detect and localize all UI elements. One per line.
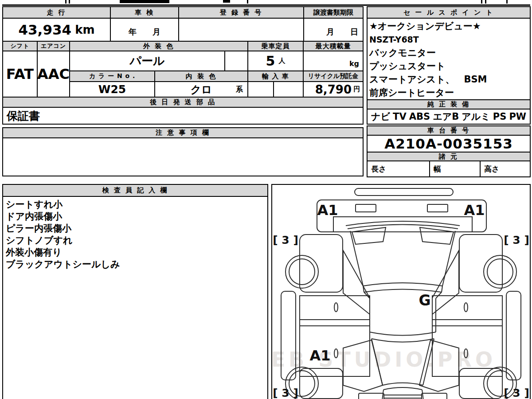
exterior-color-value-cell: パール [69,51,225,71]
import-empty-cell-2 [273,81,304,98]
inspector-note-item: シートすれ小 [6,199,265,211]
color-no-header: カ ラ ー N o . [69,70,155,82]
spec-length-label: 長さ [371,164,386,174]
interior-color-header-label: 内 装 色 [186,72,217,81]
registration-header: 登 録 番 号 [178,6,304,19]
transfer-deadline-header-label: 譲渡書類期限 [313,8,353,17]
diagram-label-a1-rear-left: A1 [309,347,330,364]
later-parts-value-cell: 保証書 [2,107,364,125]
inspector-header: 検 査 員 記 入 欄 [3,185,267,197]
import-empty-cell-1 [247,81,274,98]
aircon-value-cell: AAC [37,51,70,98]
equipment-item: ABS [409,111,430,122]
interior-color-suffix: 系 [236,85,243,94]
diagram-label-3-rear-left: [ 3 ] [273,387,298,399]
interior-color-value-cell: クロ 系 [154,81,248,98]
sales-point-item: プッシュスタート [369,59,528,73]
inspector-note-item: ブラックアウトシールしみ [6,258,265,270]
capacity-unit: 人 [278,57,285,65]
mileage-header-label: 走 行 [47,8,66,17]
capacity-value-cell: 5人 [247,51,304,71]
diagram-label-a1-front-right: A1 [464,202,485,219]
auction-sheet: 走 行 車 検 登 録 番 号 譲渡書類期限 43,934km 年 月 月 日 … [0,0,532,399]
notes-header-label: 注 意 事 項 欄 [156,129,210,137]
inspection-header: 車 検 [110,6,179,19]
inspector-note-item: ピラー内張傷小 [6,223,265,235]
shift-header: シフト [2,41,38,51]
spec-length-cell: 長さ [367,160,430,177]
exterior-color-value: パール [129,53,164,69]
equipment-item: TV [393,111,407,122]
chassis-header: 車 台 番 号 [367,125,531,136]
diagram-label-3-front-left: [ 3 ] [273,234,298,246]
inspection-header-label: 車 検 [135,8,154,17]
sales-point-item: NSZT-Y68T [369,33,528,46]
chassis-value-cell: A210A-0035153 [367,135,531,153]
cutoff-text-remnant [120,0,169,3]
max-load-header: 最大積載量 [303,41,364,51]
interior-color-value: クロ [190,82,212,97]
color-no-value: W25 [98,83,126,96]
later-parts-header: 後 日 発 送 部 品 [2,97,364,108]
transfer-deadline-header: 譲渡書類期限 [303,6,364,19]
chassis-header-label: 車 台 番 号 [427,126,470,135]
chassis-value: A210A-0035153 [384,136,513,152]
capacity-header-label: 乗車定員 [262,42,290,51]
genuine-equipment-row: ナビ TV ABS エアB アルミ PS PW [367,109,531,125]
equipment-item: アルミ [462,110,490,123]
max-load-header-label: 最大積載量 [316,42,351,51]
recycle-value-cell: 8,790円 [303,81,364,98]
max-load-unit: kg [349,59,359,68]
equipment-item: エアB [433,110,459,123]
recycle-header: リサイクル預託金 [303,70,364,82]
recycle-header-label: リサイクル預託金 [308,72,359,80]
spec-height-cell: 高さ [480,160,531,177]
transfer-deadline-value-cell: 月 日 [303,18,364,42]
spec-width-label: 幅 [434,164,441,174]
inspector-note-item: シフトノブすれ [6,235,265,246]
later-parts-header-label: 後 日 発 送 部 品 [150,98,216,106]
notes-body [2,137,364,176]
registration-value-cell [178,18,304,42]
diagram-label-g-center: G [419,292,430,309]
shift-value-cell: FAT [2,51,38,98]
sales-point-item: バックモニター [369,46,528,59]
mileage-header: 走 行 [2,6,111,19]
inspection-value-cell: 年 月 [110,18,179,42]
capacity-value: 5 [266,53,275,69]
top-cutoff-strip [2,0,530,6]
specs-header-label: 諸 元 [439,153,458,161]
aircon-header-label: エアコン [41,42,66,50]
diagram-label-3-front-right: [ 3 ] [504,234,529,246]
recycle-unit: 円 [353,85,360,94]
inspector-header-label: 検 査 員 記 入 欄 [102,186,168,195]
notes-header: 注 意 事 項 欄 [2,127,364,138]
diagram-box: WEB STUDIO.PRO [271,184,531,399]
sales-point-item: 前席シートヒーター [369,86,528,99]
inspector-notes-list: シートすれ小 ドア内張傷小 ピラー内張傷小 シフトノブすれ 外装小傷有り ブラッ… [3,197,267,272]
sales-point-item: スマートアシスト、 BSM [369,73,528,86]
genuine-equipment-header-label: 純 正 装 備 [427,100,470,109]
specs-header: 諸 元 [367,152,531,161]
diagram-label-3-rear-right: [ 3 ] [504,387,529,399]
equipment-item: PS [493,111,507,122]
registration-header-label: 登 録 番 号 [220,8,263,17]
sales-points-header-label: セ ー ル ス ポ イ ン ト [403,8,494,17]
inspection-value: 年 月 [129,27,160,37]
equipment-item: PW [509,111,526,122]
mileage-value-cell: 43,934km [2,18,111,42]
shift-value: FAT [6,66,34,82]
equipment-item: ナビ [371,110,390,123]
exterior-color-header: 外 装 色 [69,41,248,51]
exterior-color-header-label: 外 装 色 [143,42,174,51]
aircon-header: エアコン [37,41,70,51]
mileage-value: 43,934 [18,22,71,38]
inspector-note-item: ドア内張傷小 [6,211,265,223]
exterior-color-empty-cell [224,51,248,71]
import-header: 輸 入 車 [247,70,304,82]
later-parts-value: 保証書 [7,109,40,123]
color-no-value-cell: W25 [69,81,155,98]
genuine-equipment-header: 純 正 装 備 [367,99,531,110]
inspector-note-item: 外装小傷有り [6,246,265,258]
color-no-header-label: カ ラ ー N o . [89,72,136,80]
